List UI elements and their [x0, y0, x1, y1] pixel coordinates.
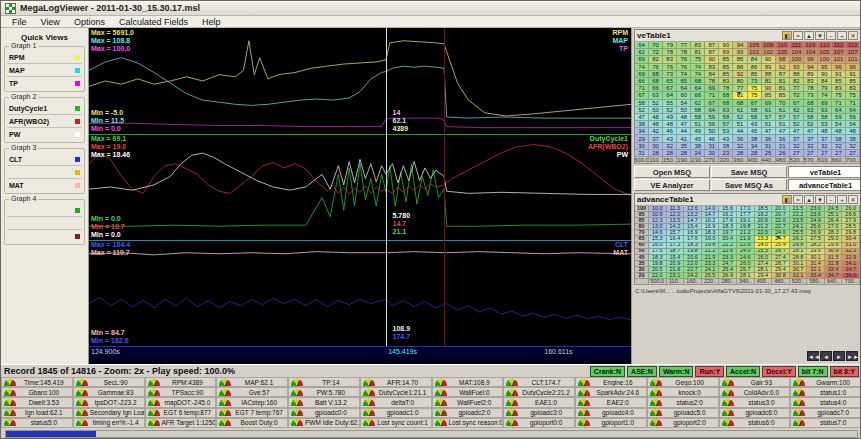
- ve-cell[interactable]: 38: [748, 135, 762, 142]
- menu-options[interactable]: Options: [67, 17, 112, 27]
- table-tool-item[interactable]: ◧: [782, 195, 792, 204]
- advance-cell[interactable]: 25.4: [772, 243, 790, 249]
- ve-cell[interactable]: 27: [832, 150, 846, 157]
- ve-cell[interactable]: 51: [762, 121, 776, 128]
- ve-cell[interactable]: 68: [649, 78, 663, 85]
- ve-cell[interactable]: 81: [762, 78, 776, 85]
- ve-cell[interactable]: 84: [818, 78, 832, 85]
- ve-cell[interactable]: 104: [804, 49, 818, 56]
- ve-cell[interactable]: 67: [790, 100, 804, 107]
- ve-cell[interactable]: 48: [818, 128, 832, 135]
- tab-advancetable1[interactable]: advanceTable1: [788, 179, 861, 191]
- ve-cell[interactable]: 112: [832, 42, 846, 49]
- ve-cell[interactable]: 38: [635, 121, 649, 128]
- playback-progress-bar[interactable]: [5, 430, 858, 438]
- ve-cell[interactable]: 51: [691, 121, 705, 128]
- ve-cell[interactable]: 61: [762, 107, 776, 114]
- ve-cell[interactable]: 83: [663, 56, 677, 63]
- ve-cell[interactable]: 58: [635, 100, 649, 107]
- ve-cell[interactable]: 109: [762, 42, 776, 49]
- ve-cell[interactable]: 112: [846, 42, 860, 49]
- ve-cell[interactable]: 30: [649, 143, 663, 150]
- ve-cell[interactable]: 37: [790, 135, 804, 142]
- ve-cell[interactable]: 52: [663, 107, 677, 114]
- ve-cell[interactable]: 54: [832, 121, 846, 128]
- ve-cell[interactable]: 64: [663, 92, 677, 99]
- ve-cell[interactable]: 62: [691, 100, 705, 107]
- ve-cell[interactable]: 69: [762, 100, 776, 107]
- ve-cell[interactable]: 54: [677, 100, 691, 107]
- ve-cell[interactable]: 82: [649, 56, 663, 63]
- ve-cell[interactable]: 72: [790, 92, 804, 99]
- ve-cell[interactable]: 71: [635, 85, 649, 92]
- ve-cell[interactable]: 43: [719, 135, 733, 142]
- ve-cell[interactable]: 73: [663, 71, 677, 78]
- ve-cell[interactable]: 105: [776, 49, 790, 56]
- ve-cell[interactable]: 94: [733, 42, 747, 49]
- ve-cell[interactable]: 87: [705, 49, 719, 56]
- ve-cell[interactable]: 63: [719, 107, 733, 114]
- ve-cell[interactable]: 92: [776, 64, 790, 71]
- ve-cell[interactable]: 49: [691, 128, 705, 135]
- ve-cell[interactable]: 101: [832, 56, 846, 63]
- ve-cell[interactable]: 31: [762, 143, 776, 150]
- ve-cell[interactable]: 105: [818, 49, 832, 56]
- color-swatch[interactable]: [75, 208, 80, 213]
- ve-cell[interactable]: 73: [748, 78, 762, 85]
- transport-item[interactable]: ►►: [846, 351, 858, 361]
- graph-panel-2[interactable]: Max = 69.1Max = 19.0Max = 18.46Min = 0.0…: [89, 134, 631, 240]
- ve-cell[interactable]: 47: [790, 128, 804, 135]
- ve-cell[interactable]: 78: [663, 49, 677, 56]
- ve-cell[interactable]: 59: [705, 114, 719, 121]
- ve-cell[interactable]: 80: [733, 78, 747, 85]
- ve-cell[interactable]: 86: [748, 64, 762, 71]
- ve-cell[interactable]: 28: [677, 150, 691, 157]
- ve-cell[interactable]: 57: [790, 114, 804, 121]
- menu-view[interactable]: View: [34, 17, 67, 27]
- table-tool-item[interactable]: =: [793, 195, 803, 204]
- ve-cell[interactable]: 100: [818, 56, 832, 63]
- ve-cell[interactable]: 27: [846, 150, 860, 157]
- ve-cell[interactable]: 36: [733, 135, 747, 142]
- sidebar-item-dutycycle1[interactable]: DutyCycle1: [7, 102, 82, 115]
- ve-cell[interactable]: 91: [846, 71, 860, 78]
- sidebar-item-item[interactable]: [7, 204, 82, 217]
- ve-cell[interactable]: 74: [691, 64, 705, 71]
- ve-cell[interactable]: 60: [677, 92, 691, 99]
- ve-cell[interactable]: 78: [677, 49, 691, 56]
- ve-cell[interactable]: 85: [719, 64, 733, 71]
- ve-cell[interactable]: 92: [733, 71, 747, 78]
- ve-cell[interactable]: 83: [691, 42, 705, 49]
- ve-cell[interactable]: 89: [762, 64, 776, 71]
- ve-cell[interactable]: 52: [635, 107, 649, 114]
- ve-cell[interactable]: 37: [649, 135, 663, 142]
- ve-cell[interactable]: 85: [733, 56, 747, 63]
- ve-cell[interactable]: 70: [776, 100, 790, 107]
- ve-cell[interactable]: 55: [663, 100, 677, 107]
- ve-cell[interactable]: 32: [846, 143, 860, 150]
- advance-cell[interactable]: 24.0: [755, 243, 773, 249]
- ve-cell[interactable]: 64: [691, 85, 705, 92]
- ve-cell[interactable]: 57: [762, 114, 776, 121]
- playback-cursor-line[interactable]: [386, 28, 387, 358]
- color-swatch[interactable]: [75, 119, 80, 124]
- ve-cell[interactable]: 111: [790, 42, 804, 49]
- ve-cell[interactable]: 101: [846, 56, 860, 63]
- ve-cell[interactable]: 71: [705, 92, 719, 99]
- ve-cell[interactable]: 29: [635, 135, 649, 142]
- color-swatch[interactable]: [75, 68, 80, 73]
- ve-cell[interactable]: 74: [691, 71, 705, 78]
- ve-cell[interactable]: 74: [635, 64, 649, 71]
- sidebar-item-pw[interactable]: PW: [7, 128, 82, 141]
- ve-cell[interactable]: 68: [733, 100, 747, 107]
- ve-cell[interactable]: 85: [832, 78, 846, 85]
- ve-cell[interactable]: 83: [832, 85, 846, 92]
- ve-cell[interactable]: 31: [635, 150, 649, 157]
- sidebar-item-mat[interactable]: MAT: [7, 179, 82, 192]
- ve-cell[interactable]: 68: [649, 71, 663, 78]
- ve-cell[interactable]: 83: [705, 64, 719, 71]
- ve-analyzer-button[interactable]: VE Analyzer: [634, 179, 710, 191]
- ve-cell[interactable]: 78: [719, 85, 733, 92]
- ve-cell[interactable]: 85: [776, 92, 790, 99]
- ve-cell[interactable]: 34: [635, 128, 649, 135]
